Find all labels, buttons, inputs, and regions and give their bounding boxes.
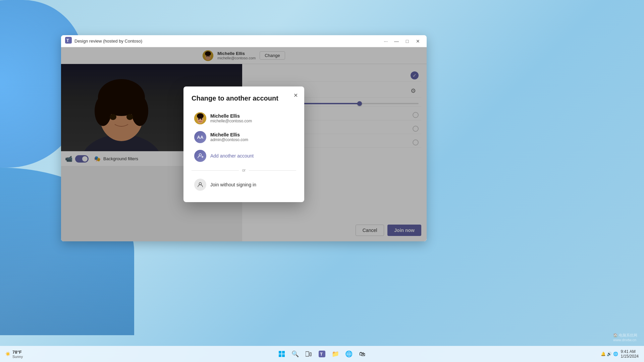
svg-point-18 <box>198 118 200 120</box>
close-button[interactable]: ✕ <box>413 37 423 46</box>
divider-right <box>249 170 296 171</box>
join-without-label: Join without signing in <box>210 182 256 187</box>
svg-point-17 <box>197 113 204 119</box>
svg-rect-24 <box>279 351 281 354</box>
taskbar-edge-button[interactable]: 🌐 <box>343 348 355 360</box>
svg-rect-28 <box>306 352 309 356</box>
weather-info: 78°F Sunny <box>12 350 23 359</box>
teams-window: T Design review (hosted by Contoso) ··· … <box>61 35 427 241</box>
svg-rect-27 <box>282 354 285 357</box>
account-item-1[interactable]: AA Michelle Ellis admin@contoso.com <box>192 128 296 146</box>
taskbar-explorer-button[interactable]: 📁 <box>329 348 341 360</box>
svg-rect-26 <box>279 354 281 357</box>
join-without-item[interactable]: Join without signing in <box>192 175 296 194</box>
svg-point-19 <box>201 118 202 120</box>
modal-overlay: ✕ Change to another account <box>61 47 427 241</box>
modal-close-button[interactable]: ✕ <box>291 90 300 100</box>
minimize-button[interactable]: — <box>392 37 401 46</box>
svg-text:T: T <box>320 352 323 357</box>
weather-temp: 78°F <box>12 350 23 355</box>
account-name-0: Michelle Ellis <box>210 113 252 119</box>
account-avatar-0 <box>194 112 206 124</box>
taskbar-right: 🔔 🔊 🌐 9:41 AM1/15/2024 <box>601 349 639 359</box>
taskbar: ☀️ 78°F Sunny 🔍 T <box>0 346 644 362</box>
modal-title: Change to another account <box>192 95 296 102</box>
taskbar-store-button[interactable]: 🛍 <box>356 348 368 360</box>
add-account-icon <box>194 150 206 162</box>
add-account-label: Add another account <box>210 153 254 159</box>
title-bar-controls: ··· — □ ✕ <box>381 37 423 46</box>
svg-text:T: T <box>66 38 69 43</box>
taskbar-start-button[interactable] <box>276 348 288 360</box>
svg-rect-25 <box>282 351 285 354</box>
taskbar-center: 🔍 T 📁 🌐 🛍 <box>276 348 368 360</box>
taskbar-search-button[interactable]: 🔍 <box>289 348 301 360</box>
account-email-0: michelle@contoso.com <box>210 119 252 123</box>
window-title: Design review (hosted by Contoso) <box>74 39 142 44</box>
account-avatar-1: AA <box>194 131 206 143</box>
join-without-icon <box>194 179 206 191</box>
add-account-item[interactable]: Add another account <box>192 146 296 165</box>
account-info-1: Michelle Ellis admin@contoso.com <box>210 132 248 142</box>
taskbar-left: ☀️ 78°F Sunny <box>5 350 23 359</box>
account-info-0: Michelle Ellis michelle@contoso.com <box>210 113 252 123</box>
menu-button[interactable]: ··· <box>381 37 390 46</box>
clock: 9:41 AM1/15/2024 <box>621 349 639 359</box>
weather-icon: ☀️ <box>5 352 10 356</box>
title-bar-left: T Design review (hosted by Contoso) <box>65 37 142 45</box>
change-account-modal: ✕ Change to another account <box>183 86 304 202</box>
account-email-1: admin@contoso.com <box>210 137 248 142</box>
system-tray: 🔔 🔊 🌐 <box>601 352 618 356</box>
divider-left <box>192 170 239 171</box>
maximize-button[interactable]: □ <box>402 37 412 46</box>
teams-logo-icon: T <box>65 37 72 45</box>
site-watermark: 🏠 电脑系统网 www.dnxtw.cn <box>613 333 637 342</box>
account-name-1: Michelle Ellis <box>210 132 248 137</box>
taskbar-teams-button[interactable]: T <box>316 348 328 360</box>
divider-or: or <box>192 168 296 173</box>
title-bar: T Design review (hosted by Contoso) ··· … <box>61 35 427 47</box>
watermark-text: 🏠 电脑系统网 <box>613 333 637 337</box>
taskbar-task-view-button[interactable] <box>303 348 315 360</box>
or-label: or <box>242 168 246 173</box>
weather-condition: Sunny <box>12 355 23 359</box>
account-item-0[interactable]: Michelle Ellis michelle@contoso.com <box>192 109 296 128</box>
svg-rect-29 <box>310 353 311 356</box>
weather-widget: ☀️ 78°F Sunny <box>5 350 23 359</box>
teams-content: Michelle Ellis michelle@contoso.com Chan… <box>61 47 427 241</box>
watermark-url: www.dnxtw.cn <box>613 338 636 342</box>
